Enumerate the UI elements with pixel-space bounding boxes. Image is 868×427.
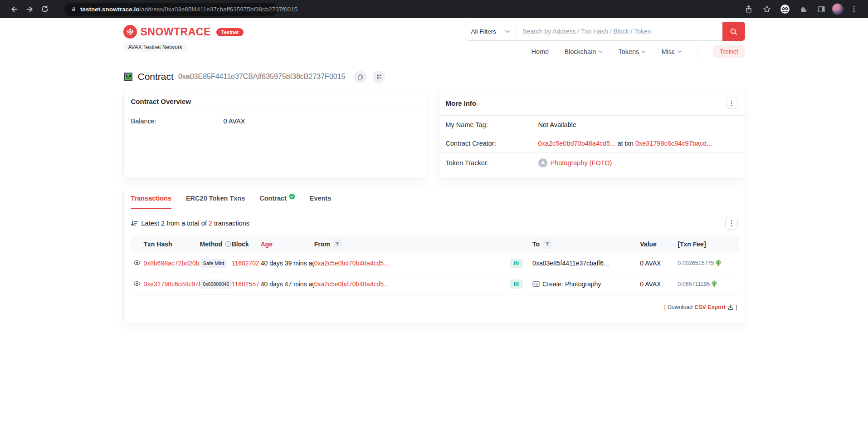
- contract-robot-icon: [123, 72, 133, 82]
- qr-code-button[interactable]: [373, 71, 385, 83]
- side-panel-icon[interactable]: [814, 1, 829, 17]
- age-value: 40 days 39 mins ago: [261, 253, 314, 274]
- gas-bulb-icon: $: [716, 260, 721, 267]
- token-logo-icon: [538, 158, 547, 167]
- overview-title: Contract Overview: [131, 98, 191, 105]
- name-tag-value: Not Available: [538, 121, 576, 128]
- share-icon[interactable]: [741, 1, 756, 17]
- col-to: To: [532, 236, 640, 253]
- tab-contract[interactable]: Contract: [259, 195, 295, 209]
- nav-testnet-button[interactable]: Testnet: [713, 45, 745, 58]
- col-age[interactable]: Age: [261, 236, 314, 253]
- txn-hash-link[interactable]: 0x8b698ac72bd20b2a64...: [144, 260, 200, 267]
- url-host: testnet.snowtrace.io: [80, 6, 140, 13]
- txn-value: 0 AVAX: [640, 253, 678, 274]
- extensions-puzzle-icon[interactable]: [795, 1, 811, 17]
- creator-txn-link[interactable]: 0xe31798c6c84c97bacd...: [635, 140, 712, 147]
- address-bar[interactable]: testnet.snowtrace.io/address/0xa03e85f44…: [64, 3, 278, 16]
- col-txn-hash: Txn Hash: [144, 236, 200, 253]
- browser-menu-icon[interactable]: [846, 1, 862, 17]
- from-address-link[interactable]: 0xa2c5e0bd70b48a4cd5...: [314, 260, 389, 267]
- from-filter-button[interactable]: [333, 239, 342, 249]
- copy-address-button[interactable]: [354, 71, 366, 83]
- forward-icon[interactable]: [22, 1, 37, 17]
- verified-check-icon: [289, 193, 295, 200]
- search-button[interactable]: [722, 22, 745, 41]
- name-tag-label: My Name Tag:: [446, 121, 538, 128]
- view-txn-eye-icon[interactable]: [133, 259, 141, 266]
- back-icon[interactable]: [6, 1, 22, 17]
- transactions-table: Txn Hash Method Block Age From To Value …: [130, 236, 739, 295]
- search-icon: [730, 28, 737, 35]
- owl-extension-icon[interactable]: [777, 1, 793, 17]
- block-link[interactable]: 11602702: [232, 260, 259, 267]
- to-address: 0xa03e85f4411e37cbaff6...: [532, 253, 640, 274]
- creator-address-link[interactable]: 0xa2c5e0bd70b48a4cd5...: [538, 140, 616, 147]
- view-txn-eye-icon[interactable]: [133, 280, 141, 287]
- svg-text:$: $: [713, 282, 716, 285]
- contract-address: 0xa03E85F4411e37CBAff635975bf38cB2737F00…: [178, 73, 346, 81]
- from-address-link[interactable]: 0xa2c5e0bd70b48a4cd5...: [314, 280, 389, 288]
- profile-avatar[interactable]: [832, 3, 844, 15]
- contract-overview-card: Contract Overview Balance: 0 AVAX: [123, 91, 426, 179]
- balance-value: 0 AVAX: [224, 118, 245, 125]
- vertical-dots-icon: [731, 100, 732, 107]
- csv-export-link[interactable]: CSV Export: [694, 304, 726, 310]
- logo-testnet-badge: Testnet: [216, 28, 244, 36]
- bookmark-star-icon[interactable]: [759, 1, 775, 17]
- txn-value: 0 AVAX: [640, 274, 678, 294]
- col-from: From: [314, 236, 510, 253]
- col-method: Method: [200, 236, 232, 253]
- download-suffix: ]: [736, 304, 737, 310]
- logo-text: SNOWTRACE: [141, 26, 211, 38]
- txn-fee: 0.065711195: [678, 281, 710, 287]
- to-contract-create: Create: Photography: [542, 280, 601, 288]
- nav-tokens[interactable]: Tokens: [618, 48, 646, 55]
- block-link[interactable]: 11602557: [232, 280, 259, 288]
- creator-label: Contract Creator:: [446, 140, 538, 147]
- nav-misc[interactable]: Misc: [661, 48, 682, 55]
- more-info-menu-button[interactable]: [726, 98, 737, 109]
- sort-icon: [131, 220, 138, 227]
- table-row: 0x8b698ac72bd20b2a64... Safe Mint 116027…: [130, 253, 739, 274]
- txn-hash-link[interactable]: 0xe31798c6c84c97bacd...: [144, 280, 200, 288]
- reload-icon[interactable]: [37, 1, 53, 17]
- csv-export-row: [ Download CSV Export ]: [124, 304, 737, 310]
- chevron-down-icon: [505, 30, 510, 33]
- tracker-label: Token Tracker:: [446, 159, 538, 167]
- funnel-icon: [545, 241, 550, 247]
- browser-toolbar: testnet.snowtrace.io/address/0xa03e85f44…: [0, 0, 868, 18]
- to-filter-button[interactable]: [542, 239, 552, 249]
- tab-erc20-token-txns[interactable]: ERC20 Token Txns: [186, 195, 245, 209]
- funnel-icon: [335, 241, 340, 247]
- transactions-card: Transactions ERC20 Token Txns Contract E…: [123, 188, 745, 324]
- nav-divider: [697, 46, 697, 58]
- chevron-down-icon: [599, 50, 603, 53]
- col-direction: [510, 236, 532, 253]
- snowflake-logo-icon: [123, 25, 137, 39]
- tab-bar: Transactions ERC20 Token Txns Contract E…: [124, 188, 745, 209]
- snowtrace-logo[interactable]: SNOWTRACE Testnet: [123, 25, 244, 39]
- transactions-summary: Latest 2 from a total of 2 transactions: [131, 220, 250, 227]
- search-input[interactable]: [516, 22, 722, 40]
- tab-transactions[interactable]: Transactions: [131, 195, 171, 209]
- info-icon[interactable]: [225, 241, 231, 247]
- chevron-down-icon: [678, 50, 682, 53]
- tab-events[interactable]: Events: [310, 195, 332, 209]
- direction-badge: IN: [510, 280, 523, 289]
- token-tracker-link[interactable]: Photography (FOTO): [551, 159, 612, 167]
- table-menu-button[interactable]: [725, 217, 738, 230]
- nav-home[interactable]: Home: [532, 48, 549, 55]
- method-badge: Safe Mint: [200, 259, 227, 268]
- contract-creator-row: Contract Creator: 0xa2c5e0bd70b48a4cd5..…: [439, 134, 745, 152]
- col-block: Block: [232, 236, 261, 253]
- balance-label: Balance:: [131, 118, 224, 125]
- nav-blockchain[interactable]: Blockchain: [564, 48, 603, 55]
- name-tag-row: My Name Tag: Not Available: [439, 116, 745, 134]
- search-filter-select[interactable]: All Filters: [465, 22, 517, 40]
- age-value: 40 days 47 mins ago: [261, 274, 314, 294]
- method-badge: 0x60806040: [200, 280, 232, 289]
- col-txn-fee: [Txn Fee]: [678, 236, 739, 253]
- transactions-count: 2: [209, 220, 212, 227]
- download-prefix: [ Download: [664, 304, 693, 310]
